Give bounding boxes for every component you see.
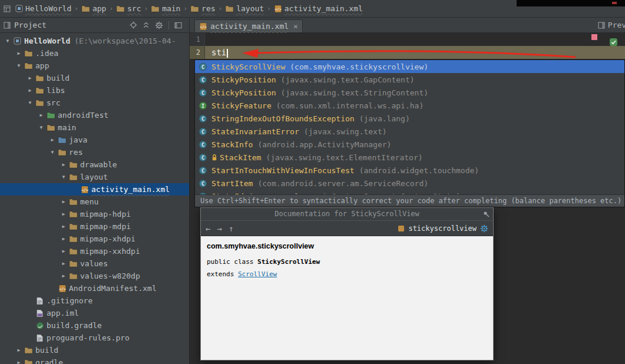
tree-item[interactable]: proguard-rules.pro — [0, 332, 189, 344]
tree-item[interactable]: ▶mipmap-mdpi — [0, 220, 189, 233]
completion-item[interactable]: IStickyFeature(com.sun.xml.internal.ws.a… — [195, 99, 624, 112]
collapse-arrow-icon[interactable]: ▼ — [26, 100, 34, 105]
locate-icon[interactable] — [130, 21, 137, 29]
code-line[interactable] — [205, 33, 625, 46]
completion-item[interactable]: CStartItem(com.android.server.am.Service… — [195, 177, 624, 190]
tree-item[interactable]: ▶libs — [0, 84, 189, 97]
completion-item[interactable]: CStartInTouchWithViewInFocusTest(android… — [195, 164, 624, 177]
tree-item[interactable]: ▼HelloWorld(E:\workspace\2015-04- — [0, 35, 189, 47]
collapse-arrow-icon[interactable]: ▼ — [4, 38, 12, 44]
folder-icon — [68, 260, 79, 267]
tab-label: activity_main.xml — [210, 22, 289, 31]
tree-item[interactable]: </>activity_main.xml — [0, 183, 189, 196]
completion-class-name: StickyPosition — [211, 88, 276, 97]
completion-item[interactable]: CStackItem(javax.swing.text.ElementItera… — [195, 151, 624, 164]
close-icon[interactable]: × — [293, 22, 298, 31]
breadcrumb-item[interactable]: </>activity_main.xml — [274, 4, 363, 13]
tree-item[interactable]: ▶values-w820dp — [0, 270, 189, 282]
settings-gear-icon[interactable] — [155, 21, 163, 29]
completion-item[interactable]: CStickyScrollView(com.smyhvae.stickyscro… — [195, 60, 624, 73]
completion-item[interactable]: CStickyPosition(javax.swing.text.StringC… — [195, 86, 624, 99]
collapse-arrow-icon[interactable]: ▼ — [59, 174, 68, 180]
tree-item[interactable]: ▶gradle — [0, 356, 189, 364]
tree-item[interactable]: ▶androidTest — [0, 109, 189, 121]
tree-item[interactable]: ▶.idea — [0, 47, 189, 59]
tree-item[interactable]: ▶mipmap-xxhdpi — [0, 245, 189, 257]
expand-arrow-icon[interactable]: ▶ — [59, 236, 68, 241]
line-number[interactable]: 1 — [190, 33, 205, 46]
tree-item[interactable]: .gitignore — [0, 294, 189, 307]
completion-package: (javax.swing.text.StringContent) — [281, 88, 428, 97]
collapse-arrow-icon[interactable]: ▼ — [37, 125, 45, 130]
expand-arrow-icon[interactable]: ▶ — [59, 211, 68, 217]
tree-item[interactable]: ▶drawable — [0, 158, 189, 171]
tree-item[interactable]: ▼layout — [0, 171, 189, 183]
up-icon[interactable]: ↑ — [229, 224, 233, 233]
tree-item[interactable]: ▼main — [0, 121, 189, 134]
expand-arrow-icon[interactable]: ▶ — [26, 75, 34, 81]
tree-item[interactable]: app.iml — [0, 307, 189, 319]
expand-arrow-icon[interactable]: ▶ — [59, 224, 68, 229]
tree-item-label: menu — [80, 197, 98, 206]
hide-panel-icon[interactable] — [174, 22, 182, 29]
pin-icon[interactable] — [483, 211, 490, 217]
tree-item-label: drawable — [80, 160, 117, 169]
text-icon — [34, 297, 45, 305]
tree-item[interactable]: ▶java — [0, 134, 189, 146]
tree-item-label: build — [35, 346, 58, 355]
expand-arrow-icon[interactable]: ▶ — [59, 261, 68, 266]
preview-panel-button[interactable]: Previ — [598, 21, 625, 29]
completion-item[interactable]: CStickyPosition(javax.swing.text.GapCont… — [195, 73, 624, 86]
tree-item[interactable]: ▶mipmap-hdpi — [0, 208, 189, 220]
typed-text: sti — [211, 48, 226, 57]
breadcrumb-item[interactable]: res — [190, 4, 215, 13]
tree-item[interactable]: ▶mipmap-xhdpi — [0, 233, 189, 245]
doc-search-text[interactable]: stickyscrollview — [408, 224, 477, 233]
editor-line[interactable]: 1 — [190, 33, 625, 46]
tree-item[interactable]: ▼app — [0, 59, 189, 72]
tree-item[interactable]: ▶menu — [0, 196, 189, 208]
scrollview-link[interactable]: ScrollView — [238, 270, 277, 278]
project-panel-title[interactable]: Project — [14, 21, 47, 29]
tree-item[interactable]: ▶values — [0, 257, 189, 270]
breadcrumb-item[interactable]: HelloWorld — [15, 4, 71, 13]
breadcrumb-item[interactable]: main — [151, 4, 180, 13]
expand-arrow-icon[interactable]: ▶ — [59, 199, 68, 204]
expand-arrow-icon[interactable]: ▶ — [48, 137, 57, 143]
completion-item[interactable]: CStateInvariantError(javax.swing.text) — [195, 125, 624, 138]
expand-arrow-icon[interactable]: ▶ — [37, 112, 45, 118]
expand-arrow-icon[interactable]: ▶ — [59, 249, 68, 254]
tree-item[interactable]: </>AndroidManifest.xml — [0, 282, 189, 294]
breadcrumb-item[interactable]: layout — [225, 4, 264, 13]
expand-arrow-icon[interactable]: ▶ — [15, 51, 23, 56]
expand-arrow-icon[interactable]: ▶ — [15, 360, 23, 364]
completion-item[interactable]: CStateId(com.sun.glass.ui.GestureSupport… — [195, 190, 624, 194]
code-line-current[interactable]: sti — [205, 46, 625, 59]
expand-arrow-icon[interactable]: ▶ — [59, 273, 68, 279]
line-number[interactable]: 2 — [190, 46, 205, 59]
breadcrumb-item[interactable]: app — [81, 4, 106, 13]
breadcrumb-item[interactable]: src — [116, 4, 141, 13]
doc-settings-gear-icon[interactable] — [480, 224, 488, 233]
expand-arrow-icon[interactable]: ▶ — [59, 162, 68, 167]
collapse-all-icon[interactable] — [143, 21, 150, 29]
tab-activity-main-xml[interactable]: </> activity_main.xml × — [194, 19, 303, 32]
tree-item[interactable]: ▶build — [0, 344, 189, 356]
completion-class-name: StickyScrollView — [211, 62, 285, 71]
tree-item[interactable]: ▼src — [0, 97, 189, 109]
folder-icon — [68, 247, 79, 255]
collapse-arrow-icon[interactable]: ▼ — [15, 63, 23, 68]
completion-item[interactable]: CStringIndexOutOfBoundsException(java.la… — [195, 112, 624, 125]
completion-item[interactable]: CStackInfo(android.app.ActivityManager) — [195, 138, 624, 151]
expand-arrow-icon[interactable]: ▶ — [15, 348, 23, 353]
tree-item[interactable]: ▶build — [0, 72, 189, 84]
tree-item[interactable]: ▼res — [0, 146, 189, 158]
editor-line-current[interactable]: 2 sti — [190, 46, 625, 59]
error-stripe-mark[interactable] — [591, 34, 597, 40]
expand-arrow-icon[interactable]: ▶ — [26, 88, 34, 93]
collapse-arrow-icon[interactable]: ▼ — [48, 150, 57, 155]
forward-icon[interactable]: → — [217, 224, 221, 233]
inspections-status-icon[interactable] — [609, 38, 618, 47]
tree-item[interactable]: build.gradle — [0, 319, 189, 332]
back-icon[interactable]: ← — [206, 224, 210, 233]
